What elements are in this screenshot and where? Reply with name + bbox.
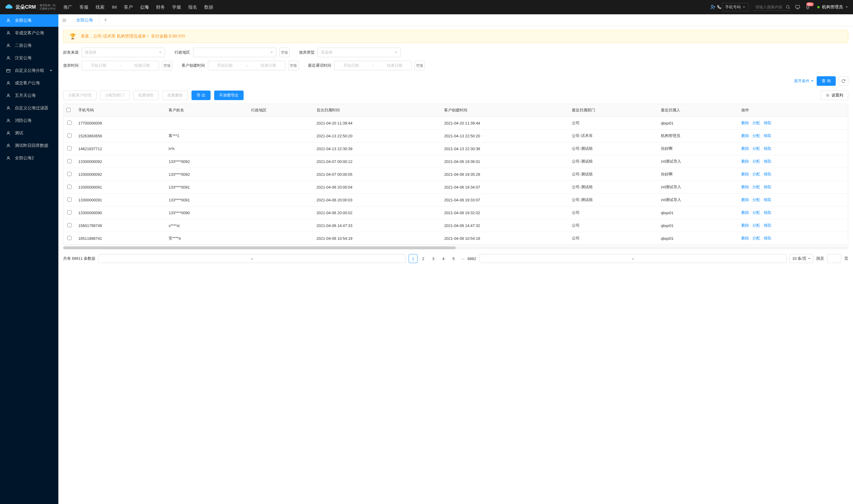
add-user-icon[interactable] [710, 4, 716, 10]
row-checkbox[interactable] [67, 210, 72, 214]
row-action[interactable]: 分配 [752, 184, 760, 190]
export-plain-button[interactable]: 不加密导出 [214, 91, 243, 100]
assign-manager-button[interactable]: 分配客户经理 [63, 91, 96, 100]
nav-item[interactable]: 客户 [123, 3, 133, 11]
monitor-icon[interactable] [795, 4, 801, 10]
page-number[interactable]: 2 [419, 254, 428, 263]
row-action[interactable]: 删除 [741, 120, 749, 126]
row-action[interactable]: 分配 [752, 133, 760, 139]
sidebar-item[interactable]: 非成交客户公海 [0, 27, 58, 39]
row-action[interactable]: 领取 [764, 223, 772, 228]
filter-select[interactable] [193, 48, 276, 57]
refresh-button[interactable] [839, 76, 848, 86]
filter-select[interactable]: 请选择 [317, 48, 401, 57]
filter-select[interactable]: 请选择 [81, 48, 165, 57]
row-action[interactable]: 删除 [741, 223, 749, 228]
row-checkbox[interactable] [67, 185, 72, 189]
row-checkbox[interactable] [67, 172, 72, 176]
row-action[interactable]: 删除 [741, 146, 749, 151]
date-range[interactable]: 开始日期~结束日期 [208, 61, 285, 70]
batch-claim-button[interactable]: 批量领取 [133, 91, 159, 100]
row-action[interactable]: 领取 [764, 197, 772, 202]
page-jump-input[interactable] [827, 254, 841, 263]
row-action[interactable]: 领取 [764, 146, 772, 151]
sidebar-item[interactable]: 全部公海2 [0, 152, 58, 164]
row-action[interactable]: 删除 [741, 184, 749, 190]
null-button[interactable]: 空值 [162, 61, 172, 70]
nav-item[interactable]: 推广 [63, 3, 73, 11]
row-action[interactable]: 领取 [764, 159, 772, 164]
horizontal-scrollbar[interactable] [63, 246, 848, 249]
row-action[interactable]: 分配 [752, 236, 760, 241]
row-action[interactable]: 删除 [741, 172, 749, 177]
prev-page[interactable]: ‹ [98, 254, 406, 263]
row-checkbox[interactable] [67, 146, 72, 150]
row-action[interactable]: 删除 [741, 236, 749, 241]
search-icon[interactable] [786, 5, 791, 10]
nav-item[interactable]: IM [111, 3, 117, 11]
row-checkbox[interactable] [67, 133, 72, 138]
row-action[interactable]: 删除 [741, 133, 749, 139]
row-checkbox[interactable] [67, 197, 72, 202]
notification-icon[interactable]: 99+ [805, 4, 811, 10]
nav-item[interactable]: 公海 [139, 3, 149, 11]
row-action[interactable]: 删除 [741, 197, 749, 202]
sidebar-item[interactable]: 五月天公海 [0, 89, 58, 102]
tab-list-toggle[interactable] [58, 18, 70, 23]
row-action[interactable]: 删除 [741, 159, 749, 164]
date-range[interactable]: 开始日期~结束日期 [334, 61, 412, 70]
nav-item[interactable]: 报名 [188, 3, 198, 11]
date-range[interactable]: 开始日期~结束日期 [81, 61, 159, 70]
sidebar-item[interactable]: 自定义公海过滤器 [0, 102, 58, 114]
search-input[interactable] [753, 4, 786, 11]
null-button[interactable]: 空值 [415, 61, 425, 70]
row-action[interactable]: 领取 [764, 120, 772, 126]
search-button[interactable]: 查 询 [817, 76, 836, 86]
sidebar-item[interactable]: 测试 [0, 127, 58, 139]
row-checkbox[interactable] [67, 223, 72, 227]
export-button[interactable]: 导 出 [192, 91, 211, 100]
page-number[interactable]: 3 [429, 254, 438, 263]
tab-add[interactable]: + [99, 17, 112, 23]
row-action[interactable]: 分配 [752, 120, 760, 126]
sidebar-item[interactable]: 二咨公海 [0, 39, 58, 52]
nav-item[interactable]: 学服 [171, 3, 182, 11]
row-action[interactable]: 分配 [752, 197, 760, 202]
assign-dept-button[interactable]: 分配到部门 [100, 91, 130, 100]
expand-filters[interactable]: 展开条件 [794, 76, 814, 86]
user-menu[interactable]: 机构管理员 [817, 4, 848, 10]
row-checkbox[interactable] [67, 121, 72, 125]
row-action[interactable]: 分配 [752, 146, 760, 151]
sidebar-item[interactable]: 全部公海 [0, 14, 58, 27]
row-checkbox[interactable] [67, 159, 72, 163]
row-action[interactable]: 分配 [752, 172, 760, 177]
search-type-select[interactable]: 手机号码 [722, 3, 749, 11]
tab-all-public[interactable]: 全部公海 [70, 14, 99, 26]
phone-icon[interactable] [716, 4, 722, 10]
nav-item[interactable]: 客服 [79, 3, 89, 11]
null-button[interactable]: 空值 [279, 48, 290, 57]
nav-item[interactable]: 财务 [156, 3, 166, 11]
next-page[interactable]: › [479, 254, 787, 263]
nav-item[interactable]: 数据 [204, 3, 214, 11]
page-number[interactable]: 5 [449, 254, 458, 263]
select-all-checkbox[interactable] [67, 108, 71, 112]
row-action[interactable]: 领取 [764, 133, 772, 139]
null-button[interactable]: 空值 [288, 61, 298, 70]
sidebar-item[interactable]: 消防公海 [0, 114, 58, 127]
batch-delete-button[interactable]: 批量删除 [162, 91, 188, 100]
row-action[interactable]: 领取 [764, 210, 772, 215]
row-checkbox[interactable] [67, 236, 72, 240]
row-action[interactable]: 领取 [764, 236, 772, 241]
page-number[interactable]: 1 [409, 254, 418, 263]
row-action[interactable]: 领取 [764, 184, 772, 190]
sidebar-item[interactable]: 自定义公海分组 [0, 64, 58, 77]
columns-button[interactable]: 设置列 [820, 91, 848, 100]
sidebar-item[interactable]: 测试昨日回库数据 [0, 139, 58, 152]
logo[interactable]: 云朵CRM 教育机构一站 式服务云平台 [5, 4, 56, 11]
scrollbar-thumb[interactable] [63, 246, 456, 249]
row-action[interactable]: 领取 [764, 172, 772, 177]
row-action[interactable]: 删除 [741, 210, 749, 215]
nav-item[interactable]: 线索 [95, 3, 105, 11]
sidebar-item[interactable]: 注安公海 [0, 52, 58, 64]
